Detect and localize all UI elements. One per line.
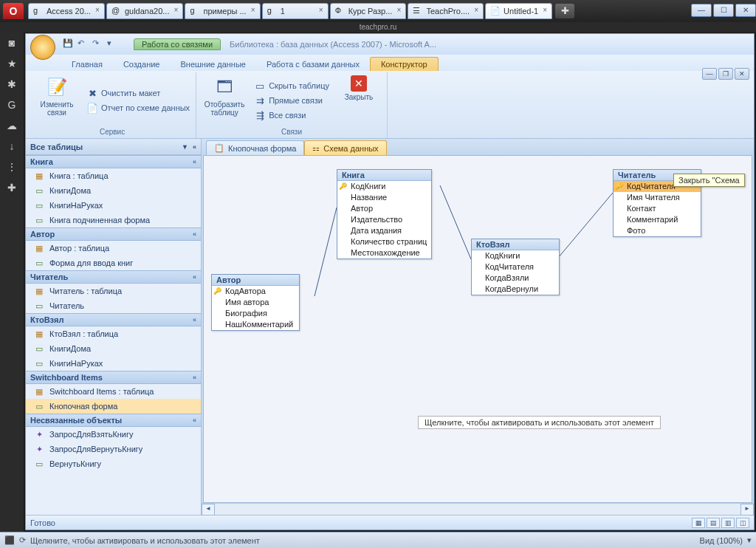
table-field[interactable]: Имя Читателя bbox=[614, 192, 701, 203]
browser-tab[interactable]: @guldana20...× bbox=[106, 3, 184, 19]
table-field[interactable]: Фото bbox=[614, 225, 701, 236]
tab-close-icon[interactable]: × bbox=[394, 6, 403, 15]
undo-icon[interactable]: ↶ bbox=[78, 38, 89, 50]
table-field[interactable]: КогдаВернули bbox=[472, 284, 559, 295]
nav-item[interactable]: ▭КнигиДома bbox=[26, 341, 201, 356]
hide-table-button[interactable]: ▭Скрыть таблицу bbox=[252, 79, 331, 92]
nav-item[interactable]: ✦ЗапросДляВзятьКнигу bbox=[26, 427, 201, 442]
table-window[interactable]: АвторКодАвтораИмя автораБиографияНашКомм… bbox=[211, 274, 300, 331]
browser-tab[interactable]: 📄Untitled-1× bbox=[485, 3, 552, 19]
table-field[interactable]: Автор bbox=[337, 203, 431, 214]
table-field[interactable]: КогдаВзяли bbox=[472, 273, 559, 284]
view-btn[interactable]: ▥ bbox=[721, 518, 735, 528]
close-button-ribbon[interactable]: ✕ Закрыть bbox=[335, 74, 382, 127]
nav-item[interactable]: ▭КнигиНаРуках bbox=[26, 356, 201, 371]
zoom-label[interactable]: Вид (100%) bbox=[700, 536, 743, 545]
sidebar-icon[interactable]: ⋮ bbox=[5, 161, 18, 174]
opera-menu-button[interactable]: O bbox=[3, 3, 24, 19]
back-icon[interactable]: ⬛ bbox=[4, 535, 15, 545]
table-field[interactable]: Биография bbox=[212, 308, 299, 319]
nav-item[interactable]: ▭КнигиДома bbox=[26, 183, 201, 198]
document-tab[interactable]: ⚏Схема данных bbox=[304, 140, 386, 155]
nav-item[interactable]: ▭Форма для ввода книг bbox=[26, 256, 201, 270]
document-tab[interactable]: 📋Кнопочная форма bbox=[206, 140, 304, 155]
browser-tab[interactable]: gпримеры ...× bbox=[185, 3, 260, 19]
nav-item[interactable]: ▦Автор : таблица bbox=[26, 241, 201, 256]
tab-close-icon[interactable]: × bbox=[249, 6, 258, 15]
mdi-restore[interactable]: ❐ bbox=[718, 68, 733, 80]
chevron-down-icon[interactable]: ▾ bbox=[747, 535, 752, 545]
mdi-minimize[interactable]: — bbox=[702, 68, 717, 80]
table-field[interactable]: Контакт bbox=[614, 203, 701, 214]
table-field[interactable]: Комментарий bbox=[614, 214, 701, 225]
redo-icon[interactable]: ↷ bbox=[92, 38, 104, 50]
nav-item[interactable]: ▭Читатель bbox=[26, 298, 201, 313]
maximize-button[interactable]: ☐ bbox=[713, 4, 734, 17]
nav-item[interactable]: ✦ЗапросДляВернутьКнигу bbox=[26, 442, 201, 456]
nav-item[interactable]: ▦Switchboard Items : таблица bbox=[26, 384, 201, 399]
sidebar-icon[interactable]: ✚ bbox=[5, 182, 18, 195]
qat-more-icon[interactable]: ▾ bbox=[107, 38, 119, 50]
browser-tab[interactable]: ФКурс Разр...× bbox=[330, 3, 407, 19]
tab-close-icon[interactable]: × bbox=[317, 6, 326, 15]
tab-close-icon[interactable]: × bbox=[540, 6, 549, 15]
ribbon-tab[interactable]: Конструктор bbox=[370, 57, 439, 71]
address-bar[interactable]: teachpro.ru bbox=[0, 22, 756, 32]
browser-tab[interactable]: gAccess 20...× bbox=[28, 3, 105, 19]
table-field[interactable]: КодКниги bbox=[472, 250, 559, 261]
sidebar-icon[interactable]: ↓ bbox=[5, 140, 18, 154]
mdi-close[interactable]: ✕ bbox=[735, 68, 749, 80]
table-window-title[interactable]: Книга bbox=[337, 170, 431, 181]
nav-group-header[interactable]: Книга« bbox=[26, 155, 201, 168]
ribbon-tab[interactable]: Главная bbox=[61, 58, 113, 71]
collapse-nav-icon[interactable]: « bbox=[193, 143, 196, 151]
sidebar-icon[interactable]: ★ bbox=[5, 58, 18, 71]
office-button[interactable] bbox=[30, 35, 55, 60]
relationships-canvas[interactable]: АвторКодАвтораИмя автораБиографияНашКомм… bbox=[203, 155, 752, 503]
view-btn[interactable]: ◫ bbox=[736, 518, 749, 528]
nav-group-header[interactable]: Автор« bbox=[26, 227, 201, 241]
nav-group-header[interactable]: КтоВзял« bbox=[26, 313, 201, 326]
nav-item[interactable]: ▭ВернутьКнигу bbox=[26, 456, 201, 471]
tab-close-icon[interactable]: × bbox=[93, 6, 102, 15]
sidebar-icon[interactable]: G bbox=[5, 99, 18, 112]
table-window[interactable]: КнигаКодКнигиНазваниеАвторИздательствоДа… bbox=[337, 169, 432, 259]
reload-icon[interactable]: ⟳ bbox=[19, 535, 26, 545]
edit-relationships-button[interactable]: 📝 Изменить связи bbox=[33, 74, 80, 127]
nav-item[interactable]: ▦Читатель : таблица bbox=[26, 284, 201, 298]
horizontal-scrollbar[interactable] bbox=[202, 503, 754, 515]
sidebar-icon[interactable]: ◙ bbox=[5, 37, 18, 50]
nav-item[interactable]: ▦КтоВзял : таблица bbox=[26, 326, 201, 341]
table-field[interactable]: КодАвтора bbox=[212, 286, 299, 297]
nav-group-header[interactable]: Несвязанные объекты« bbox=[26, 414, 201, 427]
direct-relations-button[interactable]: ⇉Прямые связи bbox=[252, 94, 331, 107]
nav-group-header[interactable]: Switchboard Items« bbox=[26, 371, 201, 384]
ribbon-tab[interactable]: Работа с базами данных bbox=[256, 58, 370, 71]
table-field[interactable]: Издательство bbox=[337, 214, 431, 225]
view-btn[interactable]: ▤ bbox=[707, 518, 720, 528]
nav-pane-header[interactable]: Все таблицы ▼ « bbox=[26, 139, 201, 155]
table-window-title[interactable]: Автор bbox=[212, 275, 299, 286]
table-field[interactable]: Название bbox=[337, 192, 431, 203]
table-window[interactable]: КтоВзялКодКнигиКодЧитателяКогдаВзялиКогд… bbox=[471, 239, 560, 295]
show-table-button[interactable]: 🗔 Отобразить таблицу bbox=[201, 74, 248, 127]
clear-layout-button[interactable]: ✖Очистить макет bbox=[85, 86, 191, 100]
all-relations-button[interactable]: ⇶Все связи bbox=[252, 109, 331, 122]
sidebar-icon[interactable]: ☁ bbox=[5, 120, 18, 133]
ribbon-tab[interactable]: Создание bbox=[113, 58, 171, 71]
table-field[interactable]: НашКомментарий bbox=[212, 319, 299, 330]
table-window-title[interactable]: КтоВзял bbox=[472, 239, 559, 250]
nav-item[interactable]: ▭Кнопочная форма bbox=[26, 399, 201, 414]
browser-tab[interactable]: ☰TeachPro....× bbox=[408, 3, 484, 19]
sidebar-icon[interactable]: ✱ bbox=[5, 78, 18, 92]
table-field[interactable]: Местонахождение bbox=[337, 247, 431, 258]
save-icon[interactable]: 💾 bbox=[63, 38, 75, 50]
view-btn[interactable]: ▦ bbox=[692, 518, 705, 528]
tab-close-icon[interactable]: × bbox=[171, 6, 180, 15]
new-tab-button[interactable]: ✚ bbox=[555, 4, 574, 18]
relationship-report-button[interactable]: 📄Отчет по схеме данных bbox=[85, 101, 191, 114]
tab-close-icon[interactable]: × bbox=[472, 6, 481, 15]
nav-item[interactable]: ▭КнигиНаРуках bbox=[26, 198, 201, 213]
table-field[interactable]: Дата издания bbox=[337, 225, 431, 236]
close-button[interactable]: ✕ bbox=[735, 4, 756, 17]
